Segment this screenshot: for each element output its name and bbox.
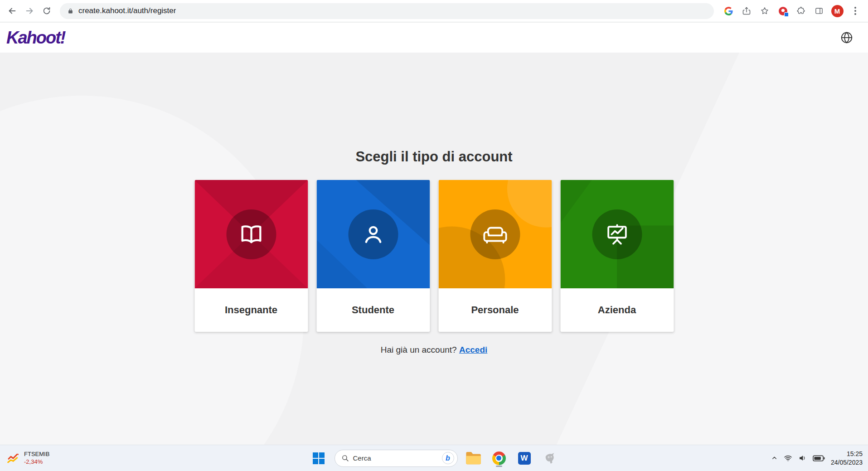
forward-button[interactable] <box>21 2 38 19</box>
card-art-azienda <box>560 180 674 288</box>
taskbar-center: Cerca b W <box>309 445 559 471</box>
kahoot-logo[interactable]: Kahoot! <box>6 28 65 48</box>
system-tray: 15:25 24/05/2023 <box>771 445 863 471</box>
reload-button[interactable] <box>38 2 55 19</box>
account-type-cards: Insegnante Studente Person <box>194 180 674 332</box>
taskbar: FTSEMIB -2,34% Cerca b <box>0 445 868 471</box>
battery-icon[interactable] <box>813 455 825 461</box>
card-personale[interactable]: Personale <box>438 180 552 332</box>
easel-icon <box>592 209 642 259</box>
word-taskbar-button[interactable]: W <box>515 449 534 468</box>
chrome-icon <box>492 452 506 465</box>
clock-time: 15:25 <box>831 450 863 458</box>
search-placeholder: Cerca <box>353 454 438 462</box>
forward-icon <box>24 6 34 16</box>
site-header: Kahoot! <box>0 23 868 53</box>
card-label-insegnante: Insegnante <box>194 288 308 332</box>
card-studente[interactable]: Studente <box>316 180 430 332</box>
screen: create.kahoot.it/auth/register <box>0 0 868 471</box>
wifi-icon[interactable] <box>784 454 792 462</box>
url-text: create.kahoot.it/auth/register <box>78 6 176 15</box>
stock-symbol: FTSEMIB <box>24 451 49 458</box>
card-insegnante[interactable]: Insegnante <box>194 180 308 332</box>
taskbar-search-input[interactable]: Cerca b <box>335 450 458 467</box>
browser-toolbar: create.kahoot.it/auth/register <box>0 0 868 22</box>
lock-icon <box>67 8 74 15</box>
back-button[interactable] <box>4 2 21 19</box>
card-label-personale: Personale <box>438 288 552 332</box>
extension-badge-icon[interactable] <box>775 3 791 19</box>
sofa-icon <box>470 209 520 259</box>
card-art-studente <box>316 180 430 288</box>
book-icon <box>226 209 276 259</box>
gimp-taskbar-button[interactable] <box>540 449 559 468</box>
clock-date: 24/05/2023 <box>831 458 863 466</box>
volume-icon[interactable] <box>798 454 807 462</box>
signin-link[interactable]: Accedi <box>459 345 487 354</box>
card-art-personale <box>438 180 552 288</box>
stock-text: FTSEMIB -2,34% <box>24 451 49 466</box>
tray-chevron-up-icon[interactable] <box>771 455 778 461</box>
search-icon <box>341 454 349 462</box>
globe-icon <box>840 31 853 44</box>
reload-icon <box>42 6 52 16</box>
stock-change: -2,34% <box>24 458 49 466</box>
extensions-puzzle-icon[interactable] <box>793 3 809 19</box>
windows-logo-icon <box>313 452 325 464</box>
google-icon[interactable] <box>720 3 737 19</box>
clock[interactable]: 15:25 24/05/2023 <box>831 450 863 466</box>
folder-icon <box>464 449 483 468</box>
card-art-insegnante <box>194 180 308 288</box>
start-button[interactable] <box>309 449 328 468</box>
chrome-active-indicator <box>496 466 502 467</box>
card-azienda[interactable]: Azienda <box>560 180 674 332</box>
avatar-initial: M <box>831 5 844 17</box>
word-icon: W <box>518 452 531 465</box>
signin-row: Hai già un account? Accedi <box>0 345 868 355</box>
page-content: Scegli il tipo di account Insegnante <box>0 53 868 445</box>
browser-menu-icon[interactable] <box>847 3 863 19</box>
language-globe-button[interactable] <box>837 28 856 47</box>
card-label-azienda: Azienda <box>560 288 674 332</box>
share-icon[interactable] <box>738 3 755 19</box>
gimp-icon <box>543 452 556 465</box>
file-explorer-button[interactable] <box>464 449 483 468</box>
stock-chart-icon <box>6 452 20 465</box>
extension-notification-badge <box>784 12 789 17</box>
toolbar-actions: M <box>720 3 863 19</box>
bing-icon[interactable]: b <box>442 452 454 464</box>
student-icon <box>348 209 398 259</box>
card-label-studente: Studente <box>316 288 430 332</box>
widgets-stock-widget[interactable]: FTSEMIB -2,34% <box>6 445 49 471</box>
profile-avatar[interactable]: M <box>829 3 845 19</box>
back-icon <box>7 6 17 16</box>
kebab-dots <box>854 7 856 15</box>
bookmark-star-icon[interactable] <box>756 3 773 19</box>
page-title: Scegli il tipo di account <box>0 149 868 165</box>
signin-prompt: Hai già un account? <box>381 345 457 354</box>
chrome-taskbar-button[interactable] <box>490 449 509 468</box>
side-panel-icon[interactable] <box>811 3 827 19</box>
url-bar[interactable]: create.kahoot.it/auth/register <box>60 3 714 19</box>
